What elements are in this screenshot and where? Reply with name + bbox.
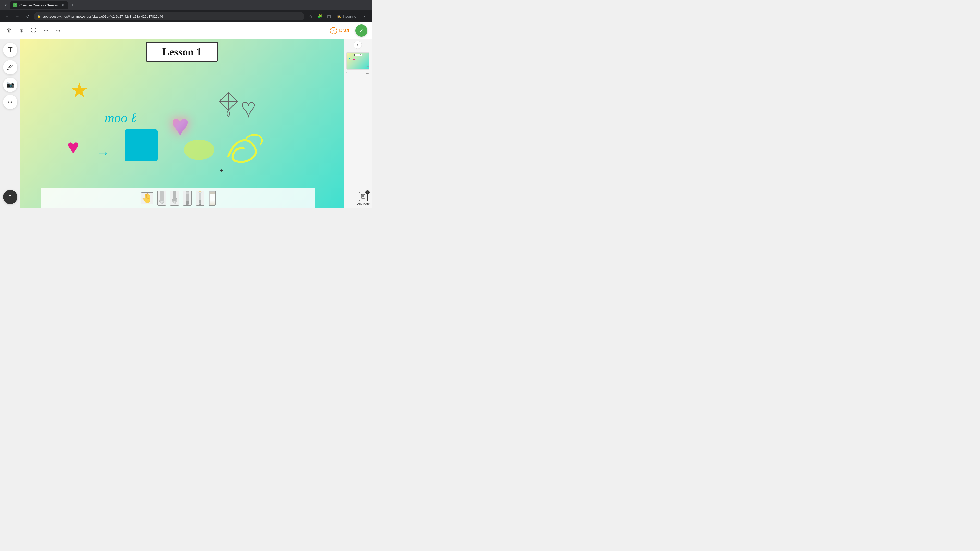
menu-button[interactable]: ⋮ xyxy=(360,12,369,21)
cyan-square xyxy=(124,129,158,161)
svg-marker-12 xyxy=(199,200,201,204)
camera-tool-button[interactable]: 📷 xyxy=(3,78,18,92)
yellow-scribble xyxy=(221,130,264,169)
tab-bar: ▾ S Creative Canvas - Seesaw × + xyxy=(0,0,372,10)
page-more-button[interactable]: ••• xyxy=(366,72,369,75)
undo-button[interactable]: ↩ xyxy=(41,25,51,36)
draw-tool-button[interactable]: 🖊 xyxy=(3,60,18,75)
active-tab[interactable]: S Creative Canvas - Seesaw × xyxy=(10,1,68,9)
lock-icon: 🔒 xyxy=(37,14,41,18)
add-page-button[interactable]: + Add Page xyxy=(357,192,369,205)
pencil2-icon xyxy=(171,191,178,205)
camera-icon: 📷 xyxy=(6,81,14,88)
expand-button[interactable]: ⛶ xyxy=(29,25,39,36)
thumb-title: Lesson 1 xyxy=(354,54,362,56)
tab-close-button[interactable]: × xyxy=(61,3,65,7)
canvas-area[interactable]: Lesson 1 ★ moo ℓ ♥ ♥ ♥ → xyxy=(21,39,344,208)
tab-favicon: S xyxy=(13,3,18,7)
new-tab-button[interactable]: + xyxy=(69,2,76,9)
yellow-blob xyxy=(184,140,215,160)
browser-chrome: ▾ S Creative Canvas - Seesaw × + ← → ↺ 🔒… xyxy=(0,0,372,39)
sidebar-button[interactable]: ◫ xyxy=(325,12,333,21)
pencil1-icon xyxy=(158,191,165,205)
svg-marker-9 xyxy=(186,201,189,205)
more-tools-button[interactable]: ••• xyxy=(3,95,18,109)
incognito-label: Incognito xyxy=(343,14,356,18)
page-thumbnail[interactable]: Lesson 1 ♥ ♥ ♥ xyxy=(346,52,369,70)
pen-icon xyxy=(196,191,204,205)
undo-icon: ↩ xyxy=(44,27,48,34)
svg-rect-7 xyxy=(173,191,177,201)
text-tool-button[interactable]: T xyxy=(3,43,18,57)
svg-rect-15 xyxy=(199,191,201,192)
add-page-icon xyxy=(361,194,366,199)
svg-point-13 xyxy=(199,204,201,205)
thumb-cyan-element: ♥ xyxy=(349,57,350,60)
plus-cursor: + xyxy=(220,166,224,175)
incognito-button[interactable]: 🕵 Incognito xyxy=(334,14,360,19)
trash-icon: 🗑 xyxy=(6,27,12,33)
page-label-row: 1 ••• xyxy=(346,72,369,75)
text-icon: T xyxy=(8,46,12,54)
more-icon: ••• xyxy=(8,100,13,104)
reload-button[interactable]: ↺ xyxy=(24,12,32,21)
thumb-canvas-preview: Lesson 1 ♥ ♥ ♥ xyxy=(347,52,369,69)
bottom-toolbar: 🤚 xyxy=(41,188,315,208)
marker-icon xyxy=(183,191,191,205)
pen-tool-button[interactable] xyxy=(196,191,204,206)
cyan-arrow: → xyxy=(97,145,110,161)
svg-rect-4 xyxy=(160,191,164,201)
thumb-pink-element: ♥ xyxy=(353,58,355,62)
lesson-title-box[interactable]: Lesson 1 xyxy=(146,42,218,62)
quote-icon: " xyxy=(9,194,11,200)
back-button[interactable]: ← xyxy=(3,12,11,21)
redo-icon: ↪ xyxy=(56,27,60,34)
kite-drawing xyxy=(215,90,242,118)
eraser-icon xyxy=(209,191,215,205)
gray-heart-outline: ♥ xyxy=(241,94,256,121)
marker-tool-button[interactable] xyxy=(183,191,192,206)
browser-actions: ☆ 🧩 ◫ 🕵 Incognito ⋮ xyxy=(307,12,369,21)
add-page-label: Add Page xyxy=(357,202,369,205)
draft-circle-icon: ✓ xyxy=(330,27,337,34)
check-icon: ✓ xyxy=(359,27,364,34)
url-text: app.seesaw.me/#/item/new/class/class.e01… xyxy=(43,14,301,18)
handwritten-text: moo ℓ xyxy=(105,110,136,125)
pencil2-tool-button[interactable] xyxy=(170,191,179,206)
tab-title: Creative Canvas - Seesaw xyxy=(19,3,59,7)
expand-icon: ⛶ xyxy=(31,27,36,33)
bookmark-button[interactable]: ☆ xyxy=(307,12,315,21)
tab-nav-button[interactable]: ▾ xyxy=(2,2,9,9)
page-number: 1 xyxy=(346,72,348,75)
hand-tool-button[interactable]: 🤚 xyxy=(141,192,153,204)
panel-expand-button[interactable]: › xyxy=(354,41,362,49)
chevron-right-icon: › xyxy=(357,43,358,47)
delete-button[interactable]: 🗑 xyxy=(4,25,14,36)
draft-label: Draft xyxy=(339,28,349,33)
draft-button[interactable]: ✓ Draft xyxy=(326,25,353,36)
pen-icon: 🖊 xyxy=(7,64,13,71)
pencil1-tool-button[interactable] xyxy=(158,191,166,206)
zoom-in-button[interactable]: ⊕ xyxy=(16,25,27,36)
right-panel: › Lesson 1 ♥ ♥ ♥ 1 ••• + Ad xyxy=(344,39,372,208)
app-toolbar: 🗑 ⊕ ⛶ ↩ ↪ ✓ Draft ✓ xyxy=(0,22,372,39)
incognito-icon: 🕵 xyxy=(337,14,341,18)
glowing-heart: ♥ xyxy=(171,108,189,143)
zoom-in-icon: ⊕ xyxy=(19,27,24,34)
forward-button[interactable]: → xyxy=(13,12,21,21)
lesson-title-text: Lesson 1 xyxy=(162,46,202,58)
submit-button[interactable]: ✓ xyxy=(355,24,368,37)
left-tools-panel: T 🖊 📷 ••• " xyxy=(0,39,21,208)
quote-tool-button[interactable]: " xyxy=(3,190,18,204)
eraser-tool-button[interactable] xyxy=(208,191,216,206)
pink-solid-heart: ♥ xyxy=(67,135,80,159)
address-bar: ← → ↺ 🔒 app.seesaw.me/#/item/new/class/c… xyxy=(0,10,372,22)
redo-button[interactable]: ↪ xyxy=(53,25,63,36)
star-shape: ★ xyxy=(70,78,89,102)
extensions-button[interactable]: 🧩 xyxy=(316,12,324,21)
hand-icon: 🤚 xyxy=(142,193,153,203)
svg-rect-16 xyxy=(361,194,365,198)
url-bar[interactable]: 🔒 app.seesaw.me/#/item/new/class/class.e… xyxy=(34,12,304,21)
main-content: T 🖊 📷 ••• " Lesson 1 ★ moo ℓ ♥ xyxy=(0,39,372,208)
svg-rect-10 xyxy=(186,192,189,194)
